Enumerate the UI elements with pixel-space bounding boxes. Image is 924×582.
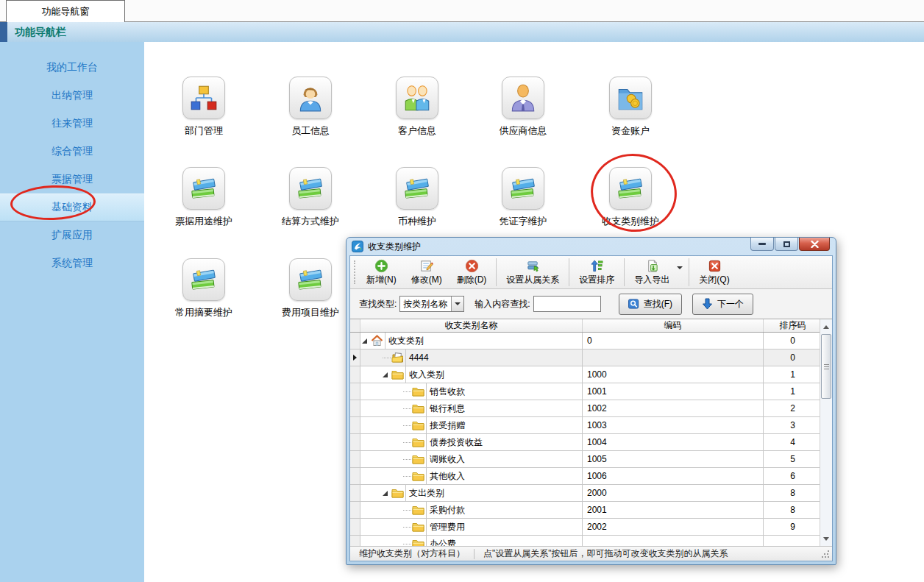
name-cell[interactable]: 银行利息	[360, 400, 583, 416]
code-cell[interactable]: 0	[583, 333, 764, 349]
funds-account-button[interactable]	[609, 77, 652, 119]
sort-cell[interactable]: 0	[764, 333, 822, 349]
table-row[interactable]: 支出类别20008	[350, 485, 832, 502]
table-row[interactable]: 收入类别10001	[350, 366, 832, 383]
table-row[interactable]: 收支类别00	[350, 333, 832, 349]
customer-info-button[interactable]	[396, 77, 438, 119]
sort-cell[interactable]: 3	[764, 417, 822, 433]
code-cell[interactable]: 2000	[583, 485, 764, 501]
minimize-button[interactable]	[750, 238, 774, 251]
column-header-sort[interactable]: 排序码	[764, 319, 822, 332]
voucher-word-maintenance-button[interactable]	[502, 167, 544, 210]
sort-cell[interactable]: 9	[764, 519, 822, 535]
table-row[interactable]: 采购付款20018	[350, 502, 832, 519]
row-selector-cell[interactable]	[350, 451, 360, 467]
table-row[interactable]: 接受捐赠10033	[350, 417, 832, 434]
sort-cell[interactable]: 1	[764, 383, 822, 400]
sidebar-item-notes-management[interactable]: 票据管理	[0, 166, 144, 194]
code-cell[interactable]: 1000	[583, 366, 764, 383]
resize-grip-icon[interactable]	[821, 550, 830, 558]
dept-management-button[interactable]	[182, 77, 225, 119]
code-cell[interactable]: 2002	[583, 519, 764, 535]
row-selector-cell[interactable]	[350, 333, 360, 349]
table-row[interactable]: 销售收款10011	[350, 383, 832, 400]
code-cell[interactable]	[583, 536, 764, 546]
name-cell[interactable]: 采购付款	[360, 502, 583, 518]
search-input[interactable]	[533, 296, 601, 312]
settlement-method-maintenance-button[interactable]	[289, 167, 332, 210]
scrollbar-thumb[interactable]	[821, 334, 831, 399]
name-cell[interactable]: 销售收款	[360, 383, 583, 400]
row-selector-cell[interactable]	[350, 485, 360, 501]
employee-info-button[interactable]	[289, 77, 332, 119]
name-cell[interactable]: 办公费	[360, 536, 583, 546]
expense-item-maintenance-button[interactable]	[289, 258, 332, 301]
set-subordination-button[interactable]: 设置从属关系	[499, 256, 566, 288]
delete-button[interactable]: 删除(D)	[449, 256, 494, 288]
row-selector-cell[interactable]	[350, 519, 360, 535]
tree-expander-icon[interactable]	[383, 372, 388, 377]
toolbar-grip[interactable]	[354, 260, 358, 284]
sidebar-item-extended-apps[interactable]: 扩展应用	[0, 221, 144, 249]
scroll-down-button[interactable]	[820, 533, 832, 544]
scroll-up-button[interactable]	[820, 321, 832, 333]
name-cell[interactable]: 调账收入	[360, 451, 583, 467]
find-button[interactable]: 查找(F)	[619, 294, 682, 315]
table-row[interactable]: 44440	[350, 349, 832, 366]
code-cell[interactable]: 1003	[583, 417, 764, 433]
close-button[interactable]: 关闭(Q)	[692, 256, 736, 288]
add-button[interactable]: 新增(N)	[359, 256, 404, 288]
row-selector-cell[interactable]	[350, 417, 360, 433]
name-cell[interactable]: 4444	[360, 349, 583, 366]
code-cell[interactable]: 2001	[583, 502, 764, 518]
row-selector-cell[interactable]	[350, 383, 360, 400]
name-cell[interactable]: 债券投资收益	[360, 434, 583, 450]
name-cell[interactable]: 支出类别	[360, 485, 583, 501]
sidebar-item-system-management[interactable]: 系统管理	[0, 249, 144, 277]
import-export-button-dropdown[interactable]	[677, 256, 686, 288]
column-header-code[interactable]: 编码	[583, 319, 764, 332]
import-export-button[interactable]: 导入导出	[627, 256, 677, 288]
combobox-dropdown-button[interactable]	[451, 297, 463, 311]
table-row[interactable]: 银行利息10022	[350, 400, 832, 417]
sort-cell[interactable]: 4	[764, 434, 822, 450]
next-button[interactable]: 下一个	[692, 294, 753, 315]
supplier-info-button[interactable]	[502, 77, 544, 119]
name-cell[interactable]: 接受捐赠	[360, 417, 583, 433]
common-summary-maintenance-button[interactable]	[182, 258, 225, 301]
column-header-name[interactable]: 收支类别名称	[360, 319, 583, 332]
vertical-scrollbar[interactable]	[820, 319, 832, 546]
sidebar-item-my-workbench[interactable]: 我的工作台	[0, 54, 144, 82]
table-row[interactable]: 管理费用20029	[350, 519, 832, 536]
table-row[interactable]: 办公费	[350, 536, 832, 546]
row-selector-cell[interactable]	[350, 434, 360, 450]
sort-cell[interactable]: 0	[764, 349, 822, 366]
name-cell[interactable]: 收入类别	[360, 366, 583, 383]
code-cell[interactable]: 1005	[583, 451, 764, 467]
sort-cell[interactable]: 1	[764, 366, 822, 383]
maximize-button[interactable]	[775, 238, 798, 251]
code-cell[interactable]	[583, 349, 764, 366]
sidebar-item-cashier-management[interactable]: 出纳管理	[0, 82, 144, 110]
sort-cell[interactable]: 8	[764, 502, 822, 518]
note-usage-maintenance-button[interactable]	[182, 167, 225, 210]
modify-button[interactable]: 修改(M)	[404, 256, 449, 288]
table-row[interactable]: 调账收入10055	[350, 451, 832, 468]
row-selector-cell[interactable]	[350, 400, 360, 416]
table-row[interactable]: 债券投资收益10044	[350, 434, 832, 451]
name-cell[interactable]: 其他收入	[360, 468, 583, 484]
currency-maintenance-button[interactable]	[396, 167, 438, 210]
row-selector-cell[interactable]	[350, 366, 360, 383]
set-sort-button[interactable]: 设置排序	[572, 256, 622, 288]
sort-cell[interactable]: 5	[764, 451, 822, 467]
code-cell[interactable]: 1004	[583, 434, 764, 450]
sort-cell[interactable]: 2	[764, 400, 822, 416]
row-selector-cell[interactable]	[350, 468, 360, 484]
code-cell[interactable]: 1001	[583, 383, 764, 400]
tree-expander-icon[interactable]	[383, 491, 388, 496]
close-window-button[interactable]	[799, 238, 830, 251]
tree-expander-icon[interactable]	[362, 338, 367, 344]
name-cell[interactable]: 管理费用	[360, 519, 583, 535]
search-type-combobox[interactable]: 按类别名称	[399, 296, 464, 312]
code-cell[interactable]: 1006	[583, 468, 764, 484]
